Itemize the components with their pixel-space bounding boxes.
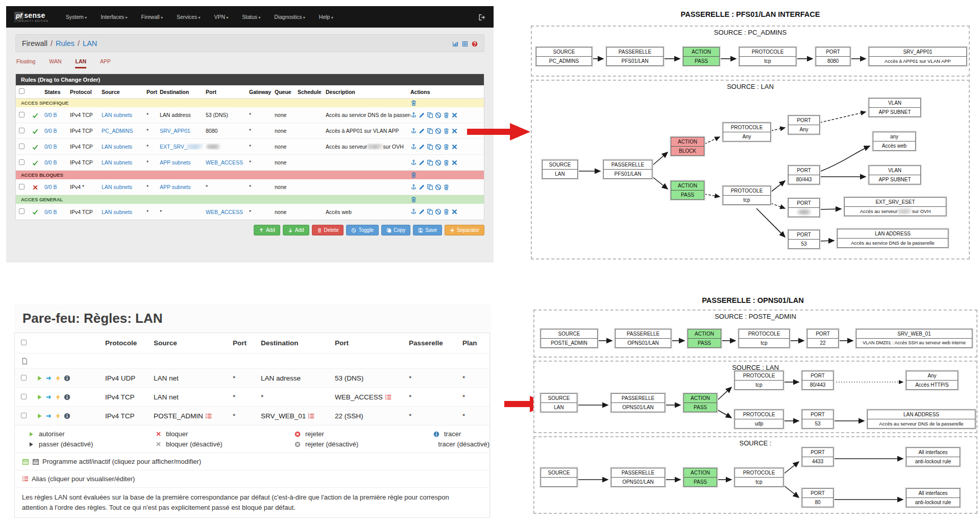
logout-icon[interactable] (478, 12, 485, 21)
anchor-icon[interactable] (410, 144, 417, 150)
states-link[interactable]: 0/0 B (44, 144, 70, 150)
source-link[interactable]: LAN subnets (102, 209, 146, 215)
anchor-icon[interactable] (410, 208, 417, 215)
grid-view-icon[interactable] (462, 39, 468, 48)
delete-x-icon[interactable] (451, 144, 458, 150)
table-row[interactable]: 0/0 B IPv4 TCP LAN subnets * LAN address… (16, 107, 484, 123)
delete-x-icon[interactable] (451, 112, 458, 119)
category-row[interactable] (15, 353, 489, 369)
copy-icon[interactable] (427, 208, 433, 215)
tab-app[interactable]: APP (100, 58, 111, 68)
source-link[interactable]: LAN subnets (102, 112, 146, 118)
trash-icon[interactable] (443, 128, 450, 134)
select-all-checkbox[interactable] (21, 340, 27, 345)
trash-icon[interactable] (443, 144, 450, 150)
edit-icon[interactable] (419, 208, 425, 215)
table-row[interactable]: 0/0 B IPv4 TCP LAN subnets * * WEB_ACCES… (16, 204, 484, 220)
copy-icon[interactable] (427, 184, 433, 191)
table-row[interactable]: 0/0 B IPv4 TCP LAN subnets * APP subnets… (16, 155, 484, 171)
table-row[interactable]: 0/0 B IPv4 TCP LAN subnets * EXT_SRV_ESE… (16, 139, 484, 155)
edit-icon[interactable] (419, 184, 425, 191)
delete-x-icon[interactable] (451, 128, 458, 134)
table-row[interactable]: 0/0 B IPv4 * LAN subnets * APP subnets *… (16, 179, 484, 195)
menu-interfaces[interactable]: Interfaces (101, 14, 127, 20)
calendar-active-icon[interactable] (22, 458, 29, 465)
tab-lan[interactable]: LAN (75, 58, 86, 68)
table-row[interactable]: IPv4 TCP POSTE_ADMIN * SRV_WEB_01 22 (SS… (15, 407, 489, 425)
menu-diagnostics[interactable]: Diagnostics (274, 14, 305, 20)
disable-icon[interactable] (435, 208, 442, 215)
source-link[interactable]: LAN subnets (102, 184, 146, 190)
copy-icon[interactable] (427, 112, 433, 119)
anchor-icon[interactable] (410, 159, 417, 166)
delete-x-icon[interactable] (451, 208, 458, 215)
menu-vpn[interactable]: VPN (214, 14, 228, 20)
alias-list-icon[interactable] (308, 413, 314, 419)
row-checkbox[interactable] (19, 144, 24, 149)
add-rule-top-button[interactable]: Add (254, 225, 280, 235)
row-checkbox[interactable] (19, 159, 24, 165)
source-link[interactable]: PC_ADMINS (102, 128, 146, 134)
row-checkbox[interactable] (19, 128, 24, 133)
log-chart-icon[interactable] (452, 39, 458, 48)
tab-floating[interactable]: Floating (16, 58, 35, 68)
disable-icon[interactable] (435, 184, 442, 191)
states-link[interactable]: 0/0 B (44, 209, 70, 215)
copy-icon[interactable] (427, 128, 433, 134)
add-rule-bottom-button[interactable]: Add (283, 225, 309, 235)
menu-status[interactable]: Status (242, 14, 260, 20)
trash-icon[interactable] (410, 172, 417, 178)
breadcrumb-lan-link[interactable]: LAN (83, 39, 97, 48)
trash-icon[interactable] (443, 112, 450, 119)
alias-list-icon[interactable] (385, 394, 391, 400)
disable-icon[interactable] (435, 144, 442, 150)
trash-icon[interactable] (410, 100, 417, 106)
source-link[interactable]: LAN subnets (102, 159, 146, 165)
info-icon[interactable] (64, 394, 70, 400)
table-row[interactable]: 0/0 B IPv4 TCP PC_ADMINS * SRV_APP01 808… (16, 123, 484, 139)
info-icon[interactable] (64, 413, 70, 419)
states-link[interactable]: 0/0 B (44, 159, 70, 165)
trash-icon[interactable] (410, 196, 417, 203)
source-link[interactable]: LAN subnets (102, 144, 146, 150)
edit-icon[interactable] (419, 128, 425, 134)
row-checkbox[interactable] (19, 112, 24, 117)
delete-x-icon[interactable] (451, 159, 458, 166)
states-link[interactable]: 0/0 B (44, 184, 70, 190)
alias-list-icon[interactable] (22, 476, 29, 482)
destination-link[interactable]: SRV_APP01 (160, 128, 206, 134)
menu-services[interactable]: Services (177, 14, 201, 20)
add-separator-button[interactable]: Separator (445, 225, 484, 235)
select-all-checkbox[interactable] (19, 88, 24, 94)
trash-icon[interactable] (443, 159, 450, 166)
alias-list-icon[interactable] (205, 413, 212, 419)
port-alias-link[interactable]: WEB_ACCESS (206, 159, 249, 165)
destination-link[interactable]: APP subnets (160, 184, 206, 190)
disable-icon[interactable] (435, 112, 442, 119)
copy-button[interactable]: Copy (381, 225, 410, 235)
help-icon[interactable] (472, 39, 478, 48)
port-alias-link[interactable]: WEB_ACCESS (206, 209, 249, 215)
anchor-icon[interactable] (410, 184, 417, 191)
menu-firewall[interactable]: Firewall (141, 14, 162, 20)
states-link[interactable]: 0/0 B (44, 112, 70, 118)
edit-icon[interactable] (419, 159, 425, 166)
trash-icon[interactable] (443, 208, 450, 215)
anchor-icon[interactable] (410, 112, 417, 119)
row-checkbox[interactable] (21, 394, 27, 399)
pfsense-logo[interactable]: pf sense COMMUNITY EDITION (14, 11, 48, 22)
states-link[interactable]: 0/0 B (44, 128, 70, 134)
menu-system[interactable]: System (66, 14, 87, 20)
row-checkbox[interactable] (19, 184, 24, 190)
disable-icon[interactable] (435, 159, 442, 166)
destination-link[interactable]: EXT_SRV_ (160, 144, 187, 150)
trash-icon[interactable] (443, 184, 450, 191)
copy-icon[interactable] (427, 144, 433, 150)
breadcrumb-rules-link[interactable]: Rules (56, 39, 75, 48)
table-row[interactable]: IPv4 UDP LAN net * LAN adresse 53 (DNS) … (15, 369, 489, 388)
row-checkbox[interactable] (21, 375, 27, 381)
destination-link[interactable]: APP subnets (160, 159, 206, 165)
row-checkbox[interactable] (19, 208, 24, 214)
info-icon[interactable] (64, 375, 70, 382)
calendar-inactive-icon[interactable] (32, 458, 39, 465)
